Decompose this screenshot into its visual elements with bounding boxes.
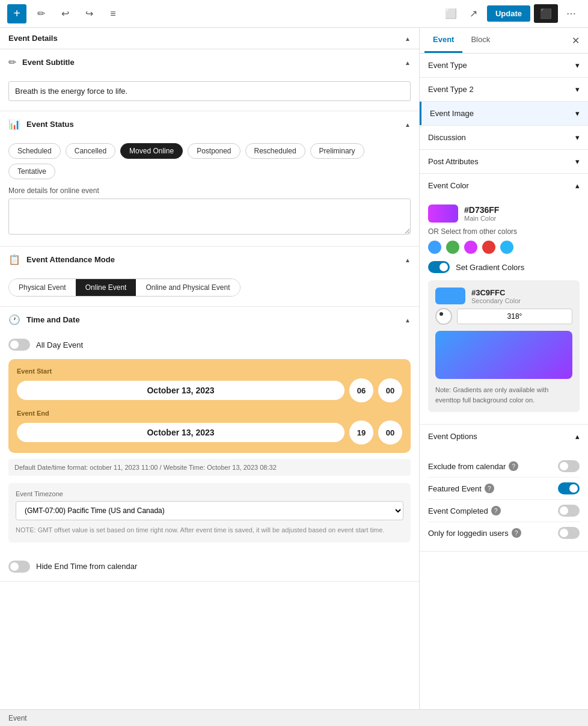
gradient-preview xyxy=(435,331,572,379)
exclude-toggle[interactable] xyxy=(558,460,580,472)
right-panel-close-button[interactable]: ✕ xyxy=(568,35,583,46)
color-dot-purple[interactable] xyxy=(464,241,477,254)
accordion-event-type-header[interactable]: Event Type ▾ xyxy=(420,54,588,77)
timezone-label: Event Timezone xyxy=(16,490,403,497)
date-format-info: Default Date/time format: october 11, 20… xyxy=(8,459,411,476)
subtitle-collapse-icon[interactable] xyxy=(405,58,411,67)
panel-collapse-icon[interactable] xyxy=(405,34,411,43)
time-collapse-icon[interactable] xyxy=(405,315,411,324)
event-options-title: Event Options xyxy=(428,432,477,441)
preview-desktop-icon[interactable]: ⬜ xyxy=(441,4,461,23)
attendance-collapse-icon[interactable] xyxy=(405,255,411,264)
accordion-discussion-header[interactable]: Discussion ▾ xyxy=(420,126,588,149)
event-color-chevron: ▴ xyxy=(575,181,580,190)
subtitle-input[interactable] xyxy=(8,81,411,101)
featured-help-icon[interactable]: ? xyxy=(485,484,494,493)
topbar-right: ⬜ ↗ Update ⬛ ⋯ xyxy=(441,4,581,23)
timezone-select[interactable]: (GMT-07:00) Pacific Time (US and Canada) xyxy=(16,501,403,520)
status-collapse-icon[interactable] xyxy=(405,120,411,129)
mode-online[interactable]: Online Event xyxy=(76,279,136,296)
event-options-section: Event Options ▴ Exclude from calendar ? xyxy=(420,425,588,552)
angle-circle[interactable] xyxy=(435,308,452,325)
event-color-title: Event Color xyxy=(428,181,469,190)
external-link-icon[interactable]: ↗ xyxy=(464,4,483,23)
pill-postponed[interactable]: Postponed xyxy=(188,143,240,159)
all-day-label: All Day Event xyxy=(36,340,83,349)
accordion-post-attributes: Post Attributes ▾ xyxy=(420,150,588,174)
accordion-post-attributes-header[interactable]: Post Attributes ▾ xyxy=(420,150,588,173)
subtitle-body xyxy=(0,75,419,111)
event-start-date[interactable]: October 13, 2023 xyxy=(17,381,345,400)
redo-button[interactable]: ↪ xyxy=(79,4,99,23)
event-subtitle-header[interactable]: ✏ Event Subtitle xyxy=(0,49,419,75)
mode-physical[interactable]: Physical Event xyxy=(9,279,76,296)
update-button[interactable]: Update xyxy=(487,5,530,22)
main-color-swatch[interactable] xyxy=(428,205,458,223)
tab-event[interactable]: Event xyxy=(424,28,462,53)
color-dot-green[interactable] xyxy=(446,241,459,254)
color-dot-blue[interactable] xyxy=(428,241,441,254)
secondary-color-hex: #3C9FFC xyxy=(471,288,521,297)
featured-toggle[interactable] xyxy=(558,482,580,494)
all-day-toggle[interactable] xyxy=(8,339,30,351)
right-tab-group: Event Block xyxy=(424,28,498,53)
time-section-icon: 🕐 xyxy=(8,314,20,325)
color-dot-light-blue[interactable] xyxy=(500,241,513,254)
event-options-header[interactable]: Event Options ▴ xyxy=(420,425,588,448)
pill-rescheduled[interactable]: Rescheduled xyxy=(245,143,305,159)
event-options-chevron: ▴ xyxy=(575,432,580,441)
time-date-header[interactable]: 🕐 Time and Date xyxy=(0,307,419,333)
event-end-date[interactable]: October 13, 2023 xyxy=(17,423,345,442)
event-color-header[interactable]: Event Color ▴ xyxy=(420,174,588,197)
add-block-button[interactable]: + xyxy=(7,4,26,23)
accordion-discussion: Discussion ▾ xyxy=(420,126,588,150)
settings-icon[interactable]: ⬛ xyxy=(534,4,558,23)
mode-both[interactable]: Online and Physical Event xyxy=(136,279,239,296)
gradient-toggle[interactable] xyxy=(428,261,450,273)
pill-scheduled[interactable]: Scheduled xyxy=(8,143,61,159)
undo-button[interactable]: ↩ xyxy=(55,4,75,23)
main-color-info: #D736FF Main Color xyxy=(464,205,499,222)
loggedin-help-icon[interactable]: ? xyxy=(512,528,521,538)
pencil-icon[interactable]: ✏ xyxy=(31,4,51,23)
online-details-input[interactable] xyxy=(8,198,411,235)
time-date-section: 🕐 Time and Date All Day Event Event Star… xyxy=(0,307,419,582)
event-type-2-label: Event Type 2 xyxy=(428,85,474,94)
gradient-label: Set Gradient Colors xyxy=(456,263,524,272)
pill-cancelled[interactable]: Cancelled xyxy=(66,143,115,159)
exclude-help-icon[interactable]: ? xyxy=(509,461,518,471)
event-end-min[interactable]: 00 xyxy=(378,420,402,445)
discussion-chevron: ▾ xyxy=(575,133,580,142)
completed-help-icon[interactable]: ? xyxy=(491,506,501,515)
secondary-color-info: #3C9FFC Secondary Color xyxy=(471,288,521,304)
gradient-toggle-row: Set Gradient Colors xyxy=(428,261,580,273)
completed-toggle[interactable] xyxy=(558,505,580,517)
accordion-event-type-2-header[interactable]: Event Type 2 ▾ xyxy=(420,78,588,101)
tab-block[interactable]: Block xyxy=(462,28,498,53)
other-colors-label: OR Select from other colors xyxy=(428,227,580,236)
hide-end-toggle[interactable] xyxy=(8,561,30,573)
accordion-event-image-header[interactable]: Event Image ▾ xyxy=(420,102,588,125)
left-panel: Event Details ✏ Event Subtitle 📊 Event S… xyxy=(0,28,420,709)
list-view-icon[interactable]: ≡ xyxy=(103,4,123,23)
timezone-section: Event Timezone (GMT-07:00) Pacific Time … xyxy=(8,483,411,543)
option-loggedin-users: Only for loggedin users ? xyxy=(428,522,580,544)
accordion-event-image: Event Image ▾ xyxy=(420,102,588,126)
event-time-box: Event Start October 13, 2023 06 00 Event… xyxy=(8,359,411,453)
angle-input[interactable] xyxy=(457,309,572,324)
more-options-icon[interactable]: ⋯ xyxy=(562,4,581,23)
pill-moved-online[interactable]: Moved Online xyxy=(120,143,183,159)
event-start-hour[interactable]: 06 xyxy=(349,378,373,402)
loggedin-toggle[interactable] xyxy=(558,527,580,539)
pill-tentative[interactable]: Tentative xyxy=(8,164,55,179)
status-bar-label: Event xyxy=(8,714,27,722)
attendance-mode-header[interactable]: 📋 Event Attendance Mode xyxy=(0,247,419,272)
event-subtitle-section: ✏ Event Subtitle xyxy=(0,49,419,111)
featured-event-label: Featured Event ? xyxy=(428,484,494,493)
secondary-color-swatch[interactable] xyxy=(435,288,465,304)
event-start-min[interactable]: 00 xyxy=(378,378,402,402)
event-end-hour[interactable]: 19 xyxy=(349,420,373,445)
pill-preliminary[interactable]: Preliminary xyxy=(310,143,364,159)
event-status-header[interactable]: 📊 Event Status xyxy=(0,111,419,137)
color-dot-red[interactable] xyxy=(482,241,495,254)
